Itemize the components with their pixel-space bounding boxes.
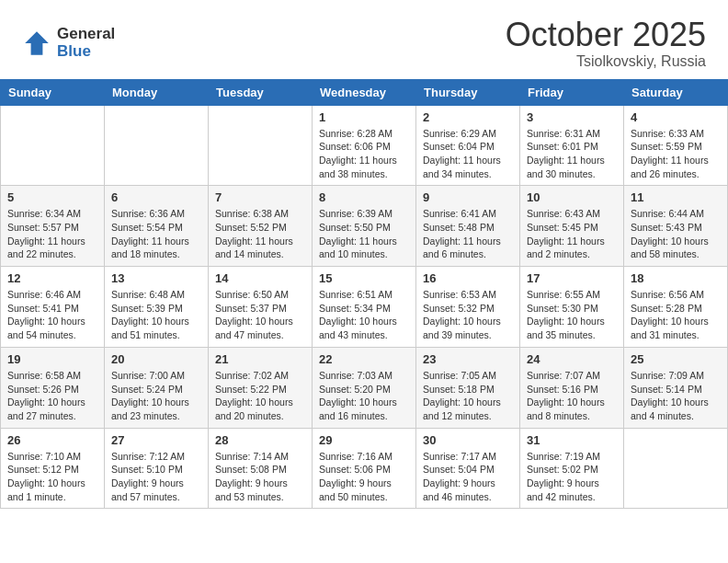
day-number: 5 bbox=[7, 190, 97, 204]
day-number: 27 bbox=[111, 433, 201, 447]
day-info: Sunrise: 6:46 AMSunset: 5:41 PMDaylight:… bbox=[7, 288, 97, 342]
calendar-cell bbox=[624, 428, 728, 509]
day-info: Sunrise: 7:14 AMSunset: 5:08 PMDaylight:… bbox=[215, 450, 305, 504]
week-row-1: 1Sunrise: 6:28 AMSunset: 6:06 PMDaylight… bbox=[1, 105, 728, 186]
day-number: 29 bbox=[319, 433, 409, 447]
calendar-subtitle: Tsiolkovskiy, Russia bbox=[506, 53, 706, 70]
day-info: Sunrise: 6:44 AMSunset: 5:43 PMDaylight:… bbox=[631, 207, 721, 261]
calendar-cell: 23Sunrise: 7:05 AMSunset: 5:18 PMDayligh… bbox=[416, 347, 520, 428]
day-info: Sunrise: 6:58 AMSunset: 5:26 PMDaylight:… bbox=[7, 369, 97, 423]
calendar-cell: 29Sunrise: 7:16 AMSunset: 5:06 PMDayligh… bbox=[313, 428, 416, 509]
day-info: Sunrise: 6:55 AMSunset: 5:30 PMDaylight:… bbox=[527, 288, 617, 342]
day-info: Sunrise: 7:16 AMSunset: 5:06 PMDaylight:… bbox=[319, 450, 409, 504]
day-info: Sunrise: 6:39 AMSunset: 5:50 PMDaylight:… bbox=[319, 207, 409, 261]
calendar-cell bbox=[105, 105, 209, 186]
page-header: General Blue October 2025 Tsiolkovskiy, … bbox=[0, 0, 728, 79]
day-header-sunday: Sunday bbox=[1, 79, 105, 105]
calendar-cell: 3Sunrise: 6:31 AMSunset: 6:01 PMDaylight… bbox=[520, 105, 624, 186]
day-info: Sunrise: 6:43 AMSunset: 5:45 PMDaylight:… bbox=[527, 207, 617, 261]
day-info: Sunrise: 7:02 AMSunset: 5:22 PMDaylight:… bbox=[215, 369, 305, 423]
day-number: 21 bbox=[215, 352, 305, 366]
calendar-cell: 16Sunrise: 6:53 AMSunset: 5:32 PMDayligh… bbox=[416, 267, 520, 348]
day-info: Sunrise: 7:09 AMSunset: 5:14 PMDaylight:… bbox=[631, 369, 721, 423]
week-row-3: 12Sunrise: 6:46 AMSunset: 5:41 PMDayligh… bbox=[1, 267, 728, 348]
logo: General Blue bbox=[22, 26, 115, 60]
day-header-monday: Monday bbox=[105, 79, 209, 105]
calendar-cell bbox=[209, 105, 313, 186]
day-info: Sunrise: 6:56 AMSunset: 5:28 PMDaylight:… bbox=[631, 288, 721, 342]
day-number: 16 bbox=[423, 271, 513, 285]
day-number: 9 bbox=[423, 190, 513, 204]
day-header-saturday: Saturday bbox=[624, 79, 728, 105]
calendar-cell: 7Sunrise: 6:38 AMSunset: 5:52 PMDaylight… bbox=[209, 186, 313, 267]
calendar-cell: 13Sunrise: 6:48 AMSunset: 5:39 PMDayligh… bbox=[105, 267, 209, 348]
day-number: 15 bbox=[319, 271, 409, 285]
day-number: 14 bbox=[215, 271, 305, 285]
day-number: 13 bbox=[111, 271, 201, 285]
day-header-thursday: Thursday bbox=[416, 79, 520, 105]
calendar-cell: 22Sunrise: 7:03 AMSunset: 5:20 PMDayligh… bbox=[313, 347, 416, 428]
day-info: Sunrise: 6:53 AMSunset: 5:32 PMDaylight:… bbox=[423, 288, 513, 342]
day-number: 6 bbox=[111, 190, 201, 204]
day-info: Sunrise: 6:34 AMSunset: 5:57 PMDaylight:… bbox=[7, 207, 97, 261]
day-info: Sunrise: 7:19 AMSunset: 5:02 PMDaylight:… bbox=[527, 450, 617, 504]
day-info: Sunrise: 6:50 AMSunset: 5:37 PMDaylight:… bbox=[215, 288, 305, 342]
day-number: 2 bbox=[423, 110, 513, 124]
day-header-friday: Friday bbox=[520, 79, 624, 105]
calendar-cell: 1Sunrise: 6:28 AMSunset: 6:06 PMDaylight… bbox=[313, 105, 416, 186]
week-row-2: 5Sunrise: 6:34 AMSunset: 5:57 PMDaylight… bbox=[1, 186, 728, 267]
calendar-cell: 18Sunrise: 6:56 AMSunset: 5:28 PMDayligh… bbox=[624, 267, 728, 348]
calendar-table: SundayMondayTuesdayWednesdayThursdayFrid… bbox=[0, 79, 728, 510]
calendar-cell: 17Sunrise: 6:55 AMSunset: 5:30 PMDayligh… bbox=[520, 267, 624, 348]
calendar-cell: 21Sunrise: 7:02 AMSunset: 5:22 PMDayligh… bbox=[209, 347, 313, 428]
logo-general-text: General bbox=[57, 26, 115, 43]
day-info: Sunrise: 6:33 AMSunset: 5:59 PMDaylight:… bbox=[631, 127, 721, 181]
calendar-cell: 9Sunrise: 6:41 AMSunset: 5:48 PMDaylight… bbox=[416, 186, 520, 267]
logo-blue-text: Blue bbox=[57, 43, 115, 61]
week-row-5: 26Sunrise: 7:10 AMSunset: 5:12 PMDayligh… bbox=[1, 428, 728, 509]
day-info: Sunrise: 7:10 AMSunset: 5:12 PMDaylight:… bbox=[7, 450, 97, 504]
day-info: Sunrise: 7:03 AMSunset: 5:20 PMDaylight:… bbox=[319, 369, 409, 423]
calendar-cell: 10Sunrise: 6:43 AMSunset: 5:45 PMDayligh… bbox=[520, 186, 624, 267]
calendar-body: 1Sunrise: 6:28 AMSunset: 6:06 PMDaylight… bbox=[1, 105, 728, 509]
day-info: Sunrise: 6:36 AMSunset: 5:54 PMDaylight:… bbox=[111, 207, 201, 261]
calendar-cell: 4Sunrise: 6:33 AMSunset: 5:59 PMDaylight… bbox=[624, 105, 728, 186]
day-number: 17 bbox=[527, 271, 617, 285]
day-header-row: SundayMondayTuesdayWednesdayThursdayFrid… bbox=[1, 79, 728, 105]
day-number: 8 bbox=[319, 190, 409, 204]
day-number: 7 bbox=[215, 190, 305, 204]
day-info: Sunrise: 6:31 AMSunset: 6:01 PMDaylight:… bbox=[527, 127, 617, 181]
day-info: Sunrise: 6:38 AMSunset: 5:52 PMDaylight:… bbox=[215, 207, 305, 261]
week-row-4: 19Sunrise: 6:58 AMSunset: 5:26 PMDayligh… bbox=[1, 347, 728, 428]
calendar-cell: 2Sunrise: 6:29 AMSunset: 6:04 PMDaylight… bbox=[416, 105, 520, 186]
day-number: 3 bbox=[527, 110, 617, 124]
calendar-cell: 31Sunrise: 7:19 AMSunset: 5:02 PMDayligh… bbox=[520, 428, 624, 509]
day-info: Sunrise: 6:48 AMSunset: 5:39 PMDaylight:… bbox=[111, 288, 201, 342]
day-number: 20 bbox=[111, 352, 201, 366]
calendar-header: SundayMondayTuesdayWednesdayThursdayFrid… bbox=[1, 79, 728, 105]
day-info: Sunrise: 6:28 AMSunset: 6:06 PMDaylight:… bbox=[319, 127, 409, 181]
day-number: 19 bbox=[7, 352, 97, 366]
svg-marker-0 bbox=[25, 31, 49, 55]
calendar-cell: 20Sunrise: 7:00 AMSunset: 5:24 PMDayligh… bbox=[105, 347, 209, 428]
day-number: 30 bbox=[423, 433, 513, 447]
calendar-cell: 27Sunrise: 7:12 AMSunset: 5:10 PMDayligh… bbox=[105, 428, 209, 509]
calendar-cell: 8Sunrise: 6:39 AMSunset: 5:50 PMDaylight… bbox=[313, 186, 416, 267]
calendar-cell: 26Sunrise: 7:10 AMSunset: 5:12 PMDayligh… bbox=[1, 428, 105, 509]
calendar-cell: 30Sunrise: 7:17 AMSunset: 5:04 PMDayligh… bbox=[416, 428, 520, 509]
day-info: Sunrise: 7:05 AMSunset: 5:18 PMDaylight:… bbox=[423, 369, 513, 423]
day-header-wednesday: Wednesday bbox=[313, 79, 416, 105]
calendar-title: October 2025 bbox=[506, 17, 706, 53]
calendar-cell: 24Sunrise: 7:07 AMSunset: 5:16 PMDayligh… bbox=[520, 347, 624, 428]
day-header-tuesday: Tuesday bbox=[209, 79, 313, 105]
day-number: 26 bbox=[7, 433, 97, 447]
day-number: 1 bbox=[319, 110, 409, 124]
day-number: 12 bbox=[7, 271, 97, 285]
day-info: Sunrise: 7:00 AMSunset: 5:24 PMDaylight:… bbox=[111, 369, 201, 423]
day-number: 4 bbox=[631, 110, 721, 124]
day-info: Sunrise: 7:07 AMSunset: 5:16 PMDaylight:… bbox=[527, 369, 617, 423]
day-number: 28 bbox=[215, 433, 305, 447]
logo-text: General Blue bbox=[57, 26, 115, 60]
calendar-cell: 11Sunrise: 6:44 AMSunset: 5:43 PMDayligh… bbox=[624, 186, 728, 267]
day-number: 22 bbox=[319, 352, 409, 366]
